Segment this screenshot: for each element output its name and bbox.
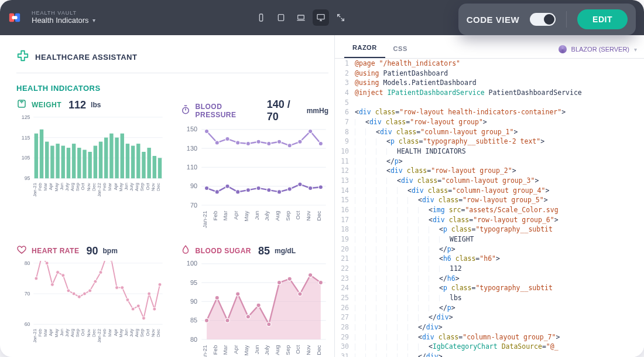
code-line: 13<div class="column-layout group_3">: [335, 176, 644, 186]
svg-rect-30: [109, 134, 113, 179]
svg-point-126: [83, 292, 87, 295]
svg-point-78: [235, 141, 239, 145]
svg-text:Oct: Oct: [294, 345, 301, 353]
svg-rect-17: [40, 130, 43, 178]
svg-rect-25: [83, 150, 86, 179]
svg-text:July: July: [263, 210, 270, 220]
sugar-chart: 80859095100Jan-21FebMarAprMayJunJulyAugS…: [180, 261, 329, 357]
chevron-down-icon: ▾: [634, 46, 637, 53]
code-editor[interactable]: 1@page "/health_indicators"2@using Patie…: [335, 59, 644, 357]
svg-text:Aug: Aug: [273, 345, 280, 355]
code-line: 19WEIGHT: [335, 234, 644, 244]
svg-point-95: [287, 187, 292, 191]
heart-icon: [16, 244, 27, 257]
svg-text:Feb: Feb: [211, 345, 218, 355]
svg-text:Nov: Nov: [305, 210, 311, 220]
svg-point-82: [277, 140, 281, 144]
svg-text:Dec: Dec: [91, 329, 97, 337]
card-weight: WEIGHT 112 lbs 95105115125Jan-21FebMarAp…: [16, 98, 165, 236]
svg-text:Mar: Mar: [107, 329, 112, 337]
svg-rect-18: [45, 142, 49, 179]
svg-text:Jan-21: Jan-21: [32, 183, 37, 197]
svg-text:Feb: Feb: [211, 211, 218, 221]
tab-razor[interactable]: RAZOR: [344, 38, 385, 58]
svg-text:Oct: Oct: [80, 328, 85, 336]
svg-text:Apr: Apr: [232, 345, 239, 354]
code-line: 11</p>: [335, 157, 644, 166]
code-line: 5: [335, 98, 644, 108]
code-line: 12<div class="row-layout group_2">: [335, 166, 644, 176]
svg-point-117: [35, 277, 38, 280]
svg-text:Mar: Mar: [43, 183, 48, 191]
svg-text:July: July: [129, 183, 134, 191]
svg-point-175: [204, 318, 208, 322]
svg-text:95: 95: [190, 279, 197, 286]
svg-text:May: May: [242, 345, 249, 356]
device-laptop-button[interactable]: [293, 9, 309, 26]
svg-text:Nov: Nov: [86, 329, 91, 337]
svg-point-79: [246, 141, 250, 145]
svg-point-119: [45, 261, 49, 265]
svg-point-80: [256, 140, 260, 144]
svg-text:Aug: Aug: [273, 211, 280, 221]
metric-label: BLOOD SUGAR: [196, 247, 252, 255]
svg-point-86: [318, 141, 323, 145]
svg-text:80: 80: [25, 261, 30, 266]
device-desktop-button[interactable]: [313, 9, 329, 26]
svg-rect-19: [50, 146, 54, 179]
svg-point-76: [215, 141, 219, 145]
svg-rect-21: [61, 146, 65, 179]
svg-text:130: 130: [186, 145, 197, 152]
svg-text:Dec: Dec: [156, 183, 161, 191]
svg-text:Mar: Mar: [43, 329, 48, 337]
metric-label: WEIGHT: [32, 101, 61, 109]
code-line: 28</div>: [335, 322, 644, 332]
code-view-label: CODE VIEW: [467, 15, 519, 25]
code-view-toggle[interactable]: [530, 13, 556, 26]
svg-text:Aug: Aug: [70, 183, 75, 191]
svg-text:Oct: Oct: [145, 182, 150, 190]
svg-point-94: [277, 190, 281, 194]
code-line: 9<p class="typography__subtitle-2 text">: [335, 137, 644, 147]
svg-text:Nov: Nov: [305, 345, 311, 355]
code-line: 21<h6 class="h6">: [335, 254, 644, 264]
svg-text:Sep: Sep: [139, 182, 145, 191]
device-phone-button[interactable]: [253, 9, 269, 26]
svg-point-181: [266, 322, 270, 327]
svg-text:Dec: Dec: [91, 183, 97, 191]
svg-text:May: May: [118, 183, 124, 192]
metric-value: 85: [258, 245, 270, 257]
code-line: 8<div class="column-layout group_1">: [335, 127, 644, 137]
project-selector[interactable]: HEALTH VAULT Health Indicators ▾: [32, 11, 95, 25]
svg-text:Jan-22: Jan-22: [97, 183, 102, 197]
svg-text:150: 150: [186, 127, 197, 132]
svg-point-131: [109, 261, 113, 262]
edit-button[interactable]: EDIT: [577, 9, 628, 29]
svg-text:70: 70: [25, 291, 30, 297]
metrics-grid: WEIGHT 112 lbs 95105115125Jan-21FebMarAp…: [16, 98, 328, 357]
svg-point-81: [266, 141, 270, 145]
svg-text:100: 100: [186, 261, 197, 267]
svg-text:Jan-21: Jan-21: [32, 329, 37, 343]
svg-rect-37: [147, 148, 150, 178]
code-line: 6<div class="row-layout health-indicator…: [335, 107, 644, 117]
svg-text:July: July: [129, 329, 134, 337]
platform-selector[interactable]: BLAZOR (SERVER) ▾: [559, 45, 637, 53]
svg-point-133: [121, 286, 124, 290]
platform-label: BLAZOR (SERVER): [571, 46, 629, 53]
svg-point-91: [246, 188, 250, 192]
svg-point-180: [256, 303, 260, 307]
svg-text:Sep: Sep: [284, 211, 290, 221]
svg-point-183: [287, 277, 292, 281]
expand-fullscreen-button[interactable]: [333, 9, 349, 26]
svg-text:Jun: Jun: [124, 183, 129, 191]
code-line: 27</div>: [335, 312, 644, 322]
device-tablet-button[interactable]: [273, 9, 289, 26]
svg-text:Jun: Jun: [59, 329, 64, 336]
code-line: 1@page "/health_indicators": [335, 59, 644, 69]
bp-chart: 7090110130150Jan-21FebMarAprMayJunJulyAu…: [180, 127, 329, 236]
tab-css[interactable]: CSS: [385, 39, 416, 58]
svg-text:Jun: Jun: [59, 183, 64, 191]
svg-rect-22: [67, 148, 70, 178]
svg-text:May: May: [54, 183, 59, 192]
